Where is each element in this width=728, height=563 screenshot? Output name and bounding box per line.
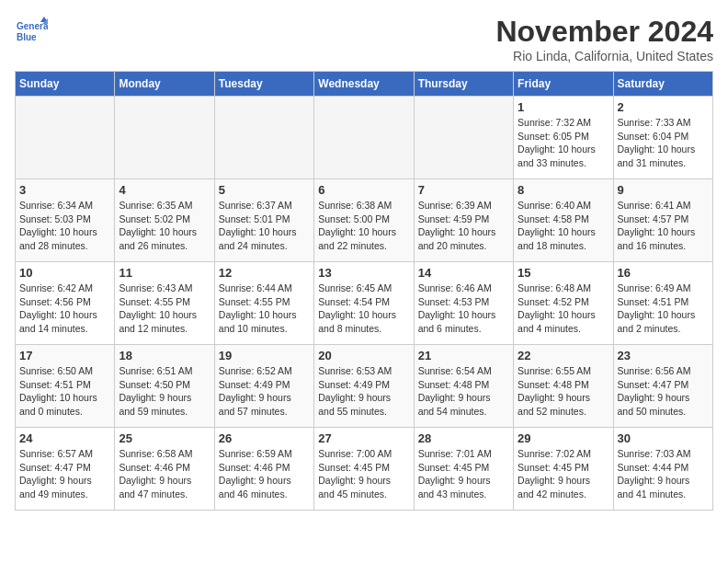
logo-icon: General Blue — [15, 15, 48, 48]
calendar-week-row: 17Sunrise: 6:50 AM Sunset: 4:51 PM Dayli… — [16, 345, 713, 428]
weekday-header-tuesday: Tuesday — [214, 72, 313, 97]
day-number: 2 — [618, 100, 709, 114]
calendar-cell: 1Sunrise: 7:32 AM Sunset: 6:05 PM Daylig… — [514, 97, 613, 179]
day-info: Sunrise: 6:52 AM Sunset: 4:49 PM Dayligh… — [219, 364, 310, 419]
calendar-week-row: 1Sunrise: 7:32 AM Sunset: 6:05 PM Daylig… — [16, 97, 713, 179]
day-info: Sunrise: 6:48 AM Sunset: 4:52 PM Dayligh… — [518, 282, 609, 336]
day-number: 6 — [318, 183, 409, 197]
day-number: 19 — [219, 349, 310, 362]
day-number: 1 — [518, 100, 609, 114]
calendar-cell: 16Sunrise: 6:49 AM Sunset: 4:51 PM Dayli… — [613, 262, 712, 345]
day-info: Sunrise: 6:56 AM Sunset: 4:47 PM Dayligh… — [618, 364, 709, 419]
day-info: Sunrise: 6:45 AM Sunset: 4:54 PM Dayligh… — [318, 282, 409, 336]
day-info: Sunrise: 7:02 AM Sunset: 4:45 PM Dayligh… — [518, 447, 609, 501]
calendar-cell: 5Sunrise: 6:37 AM Sunset: 5:01 PM Daylig… — [214, 179, 313, 262]
day-number: 21 — [418, 349, 509, 362]
day-info: Sunrise: 6:59 AM Sunset: 4:46 PM Dayligh… — [219, 447, 310, 501]
calendar-cell: 25Sunrise: 6:58 AM Sunset: 4:46 PM Dayli… — [115, 428, 214, 511]
calendar-cell: 8Sunrise: 6:40 AM Sunset: 4:58 PM Daylig… — [514, 179, 613, 262]
calendar-cell: 29Sunrise: 7:02 AM Sunset: 4:45 PM Dayli… — [514, 428, 613, 511]
day-number: 24 — [19, 431, 110, 445]
day-number: 15 — [518, 266, 609, 280]
day-number: 22 — [518, 349, 609, 362]
calendar-cell: 22Sunrise: 6:55 AM Sunset: 4:48 PM Dayli… — [514, 345, 613, 428]
day-number: 25 — [119, 431, 210, 445]
day-number: 11 — [119, 266, 210, 280]
day-number: 17 — [19, 349, 110, 362]
weekday-header-monday: Monday — [115, 72, 214, 97]
day-info: Sunrise: 6:39 AM Sunset: 4:59 PM Dayligh… — [418, 199, 509, 253]
day-info: Sunrise: 6:41 AM Sunset: 4:57 PM Dayligh… — [618, 199, 709, 253]
calendar-cell — [16, 97, 115, 179]
calendar-cell — [314, 97, 414, 179]
title-area: November 2024 Rio Linda, California, Uni… — [495, 15, 713, 63]
calendar-cell: 14Sunrise: 6:46 AM Sunset: 4:53 PM Dayli… — [414, 262, 513, 345]
calendar-week-row: 10Sunrise: 6:42 AM Sunset: 4:56 PM Dayli… — [16, 262, 713, 345]
weekday-header-saturday: Saturday — [613, 72, 712, 97]
day-info: Sunrise: 6:55 AM Sunset: 4:48 PM Dayligh… — [518, 364, 609, 419]
day-number: 8 — [518, 183, 609, 197]
calendar-cell: 9Sunrise: 6:41 AM Sunset: 4:57 PM Daylig… — [613, 179, 712, 262]
calendar-cell: 18Sunrise: 6:51 AM Sunset: 4:50 PM Dayli… — [115, 345, 214, 428]
weekday-header-thursday: Thursday — [414, 72, 513, 97]
day-number: 29 — [518, 431, 609, 445]
calendar-cell: 7Sunrise: 6:39 AM Sunset: 4:59 PM Daylig… — [414, 179, 513, 262]
day-number: 26 — [219, 431, 310, 445]
day-number: 28 — [418, 431, 509, 445]
calendar-cell: 20Sunrise: 6:53 AM Sunset: 4:49 PM Dayli… — [314, 345, 414, 428]
day-info: Sunrise: 7:00 AM Sunset: 4:45 PM Dayligh… — [318, 447, 409, 501]
calendar-cell: 2Sunrise: 7:33 AM Sunset: 6:04 PM Daylig… — [613, 97, 712, 179]
day-number: 10 — [19, 266, 110, 280]
svg-text:Blue: Blue — [17, 32, 37, 42]
day-info: Sunrise: 7:33 AM Sunset: 6:04 PM Dayligh… — [618, 116, 709, 170]
day-info: Sunrise: 7:03 AM Sunset: 4:44 PM Dayligh… — [618, 447, 709, 501]
weekday-header-row: SundayMondayTuesdayWednesdayThursdayFrid… — [16, 72, 713, 97]
day-info: Sunrise: 7:01 AM Sunset: 4:45 PM Dayligh… — [418, 447, 509, 501]
day-info: Sunrise: 6:35 AM Sunset: 5:02 PM Dayligh… — [119, 199, 210, 253]
calendar-cell: 24Sunrise: 6:57 AM Sunset: 4:47 PM Dayli… — [16, 428, 115, 511]
calendar-table: SundayMondayTuesdayWednesdayThursdayFrid… — [15, 71, 713, 511]
day-number: 12 — [219, 266, 310, 280]
day-number: 20 — [318, 349, 409, 362]
calendar-cell: 4Sunrise: 6:35 AM Sunset: 5:02 PM Daylig… — [115, 179, 214, 262]
calendar-cell: 21Sunrise: 6:54 AM Sunset: 4:48 PM Dayli… — [414, 345, 513, 428]
location-title: Rio Linda, California, United States — [495, 49, 713, 63]
weekday-header-sunday: Sunday — [16, 72, 115, 97]
calendar-cell: 27Sunrise: 7:00 AM Sunset: 4:45 PM Dayli… — [314, 428, 414, 511]
calendar-cell: 26Sunrise: 6:59 AM Sunset: 4:46 PM Dayli… — [214, 428, 313, 511]
day-info: Sunrise: 6:50 AM Sunset: 4:51 PM Dayligh… — [19, 364, 110, 419]
calendar-cell: 11Sunrise: 6:43 AM Sunset: 4:55 PM Dayli… — [115, 262, 214, 345]
day-info: Sunrise: 6:40 AM Sunset: 4:58 PM Dayligh… — [518, 199, 609, 253]
calendar-cell: 10Sunrise: 6:42 AM Sunset: 4:56 PM Dayli… — [16, 262, 115, 345]
calendar-cell: 19Sunrise: 6:52 AM Sunset: 4:49 PM Dayli… — [214, 345, 313, 428]
calendar-cell — [115, 97, 214, 179]
month-title: November 2024 — [495, 15, 713, 49]
day-number: 5 — [219, 183, 310, 197]
day-number: 23 — [618, 349, 709, 362]
day-info: Sunrise: 6:38 AM Sunset: 5:00 PM Dayligh… — [318, 199, 409, 253]
calendar-cell: 30Sunrise: 7:03 AM Sunset: 4:44 PM Dayli… — [613, 428, 712, 511]
day-number: 18 — [119, 349, 210, 362]
calendar-cell: 15Sunrise: 6:48 AM Sunset: 4:52 PM Dayli… — [514, 262, 613, 345]
calendar-cell: 17Sunrise: 6:50 AM Sunset: 4:51 PM Dayli… — [16, 345, 115, 428]
day-info: Sunrise: 6:54 AM Sunset: 4:48 PM Dayligh… — [418, 364, 509, 419]
calendar-cell: 6Sunrise: 6:38 AM Sunset: 5:00 PM Daylig… — [314, 179, 414, 262]
day-info: Sunrise: 6:51 AM Sunset: 4:50 PM Dayligh… — [119, 364, 210, 419]
day-info: Sunrise: 7:32 AM Sunset: 6:05 PM Dayligh… — [518, 116, 609, 170]
page-header: General Blue November 2024 Rio Linda, Ca… — [15, 15, 713, 63]
calendar-cell: 28Sunrise: 7:01 AM Sunset: 4:45 PM Dayli… — [414, 428, 513, 511]
svg-text:General: General — [17, 21, 48, 31]
day-number: 13 — [318, 266, 409, 280]
calendar-cell — [214, 97, 313, 179]
calendar-week-row: 24Sunrise: 6:57 AM Sunset: 4:47 PM Dayli… — [16, 428, 713, 511]
day-info: Sunrise: 6:34 AM Sunset: 5:03 PM Dayligh… — [19, 199, 110, 253]
day-info: Sunrise: 6:58 AM Sunset: 4:46 PM Dayligh… — [119, 447, 210, 501]
logo: General Blue — [15, 15, 48, 48]
calendar-week-row: 3Sunrise: 6:34 AM Sunset: 5:03 PM Daylig… — [16, 179, 713, 262]
day-info: Sunrise: 6:49 AM Sunset: 4:51 PM Dayligh… — [618, 282, 709, 336]
day-number: 4 — [119, 183, 210, 197]
weekday-header-friday: Friday — [514, 72, 613, 97]
day-info: Sunrise: 6:44 AM Sunset: 4:55 PM Dayligh… — [219, 282, 310, 336]
day-number: 3 — [19, 183, 110, 197]
day-number: 7 — [418, 183, 509, 197]
